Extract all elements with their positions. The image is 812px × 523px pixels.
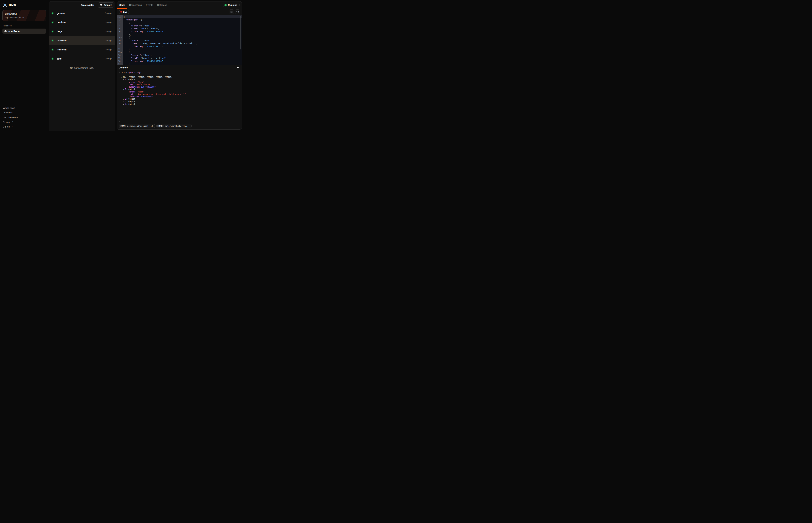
collapsed-triangle-icon[interactable]: ▶ [123,98,125,101]
sidebar-item-chatroom[interactable]: chatRoom [2,29,46,34]
sidebar-link-documentation[interactable]: Documentation [3,115,46,120]
rpc-badge-label: RPC [120,125,126,127]
code-content: "timestamp": 1764043995517 [123,45,242,48]
editor-line: 5 "text": "Who’s there?", [117,27,242,30]
actor-name: backend [57,39,105,42]
editor-line: 3⌄ { [117,21,242,24]
actor-last-seen: 1m ago [105,21,112,23]
console-output-line: timestamp: 1764043995517 [117,95,240,98]
console-output-line: sender: "User" [117,91,240,93]
expanded-triangle-icon[interactable]: ▼ [123,88,125,91]
state-code-editor[interactable]: 1⌄{2⌄ "messages": [3⌄ {4 "sender": "User… [117,15,242,65]
tabs-container: StateConnectionsEventsDatabase [117,1,169,8]
line-number-value: 12 [118,48,121,51]
line-number-value: 16 [118,60,121,62]
line-number-value: 14 [118,54,121,57]
console-header[interactable]: Console [117,65,242,70]
collapsed-triangle-icon[interactable]: ▶ [123,103,125,106]
instance-name: chatRoom [8,30,20,33]
line-number: 2⌄ [117,18,123,21]
fold-chevron-icon[interactable]: ⌄ [121,51,122,54]
actor-list-header: Create Actor Display [49,1,115,9]
editor-line: 8⌄ { [117,36,242,39]
console-prompt[interactable] [117,118,242,123]
fold-chevron-icon[interactable]: ⌄ [121,18,122,21]
line-number-value: 5 [119,27,121,30]
editor-line: 15 "text": "Long live the King!", [117,57,242,60]
rpc-suggestion-actor-gethistory-[interactable]: RPCactor.getHistory(...) [156,124,192,128]
status-badge[interactable]: Running [223,3,240,7]
code-content: { [123,21,242,24]
fold-chevron-icon[interactable]: ⌄ [121,21,122,24]
live-badge[interactable]: Live [119,10,129,14]
actor-row-frontend[interactable]: frontend1m ago [49,45,115,54]
expanded-triangle-icon[interactable]: ▼ [123,79,125,81]
save-state-button[interactable] [229,10,234,14]
editor-lines: 1⌄{2⌄ "messages": [3⌄ {4 "sender": "User… [117,15,242,65]
code-content: "text": "Who’s there?", [123,27,242,30]
line-number: 13⌄ [117,51,123,54]
line-number-value: 10 [118,42,121,45]
tab-events[interactable]: Events [144,1,155,8]
connection-card: Connected http://localhost:6420 [2,10,46,21]
chevron-down-icon[interactable] [237,66,239,69]
line-number-value: 15 [118,57,121,60]
line-number-value: 9 [119,39,121,42]
expanded-triangle-icon[interactable]: ▼ [121,76,123,78]
line-number-value: 11 [118,45,121,48]
actor-row-general[interactable]: general2m ago [49,9,115,18]
brand-row: R Rivet [3,3,46,7]
line-number: 4 [117,24,123,27]
editor-line: 9 "sender": "User", [117,39,242,42]
sidebar-link-feedback[interactable]: Feedback [3,110,46,115]
actor-status-dot-icon [52,13,53,14]
app-root: R Rivet Connected http://localhost:6420 … [0,0,243,131]
inspector-panel: StateConnectionsEventsDatabase Running L… [117,1,242,130]
tab-connections[interactable]: Connections [127,1,144,8]
editor-line: 10 "text": " Nay, answer me. Stand and u… [117,42,242,45]
console-spacer [117,107,242,118]
editor-line: 6 "timestamp": 1764043991880 [117,30,242,33]
fold-chevron-icon[interactable]: ⌄ [121,15,122,18]
line-number-value: 8 [119,36,121,39]
console-input-echo: actor.getHistory() [117,70,242,75]
rpc-suggestion-actor-sendmessage-[interactable]: RPCactor.sendMessage(...) [119,124,155,128]
actor-row-backend[interactable]: backend1m ago [49,36,115,45]
brand-name: Rivet [9,3,16,6]
line-number: 15 [117,57,123,60]
display-label: Display [104,4,112,6]
line-number: 8⌄ [117,36,123,39]
tab-state[interactable]: State [117,1,127,8]
actor-row-dogs[interactable]: dogs1m ago [49,27,115,36]
display-button[interactable]: Display [98,2,114,7]
connection-status: Connected [5,13,44,15]
collapsed-triangle-icon[interactable]: ▶ [123,101,125,103]
editor-line: 13⌄ { [117,51,242,54]
line-number: 5 [117,27,123,30]
actor-name: random [57,21,105,24]
echo-code: actor.getHistory() [121,71,143,74]
fold-chevron-icon[interactable]: ⌄ [121,36,122,39]
sidebar-link-discord[interactable]: Discord↗ [3,120,46,124]
editor-line: 12 }, [117,48,242,51]
prompt-chevron-icon [119,72,120,73]
line-number: 12 [117,48,123,51]
create-actor-button[interactable]: Create Actor [76,4,95,6]
actor-row-random[interactable]: random1m ago [49,18,115,27]
inspector-tabs: StateConnectionsEventsDatabase Running [117,1,242,9]
line-number-value: 3 [119,21,121,24]
line-number: 7 [117,33,123,36]
revert-state-button[interactable] [235,10,240,14]
console-title: Console [119,66,237,69]
sidebar-link-whats-new-[interactable]: Whats new? [3,106,46,110]
sidebar-link-github[interactable]: GitHub↗ [3,124,46,129]
line-number-value: 1 [119,15,121,18]
sidebar-link-label: Discord [3,121,11,123]
actor-last-seen: 1m ago [105,57,112,60]
tab-database[interactable]: Database [155,1,169,8]
editor-scrollbar[interactable] [241,16,241,50]
console-output-line: sender: "User" [117,81,240,84]
code-content: { [123,36,242,39]
actor-name: dogs [57,30,105,33]
actor-row-cats[interactable]: cats1m ago [49,54,115,63]
